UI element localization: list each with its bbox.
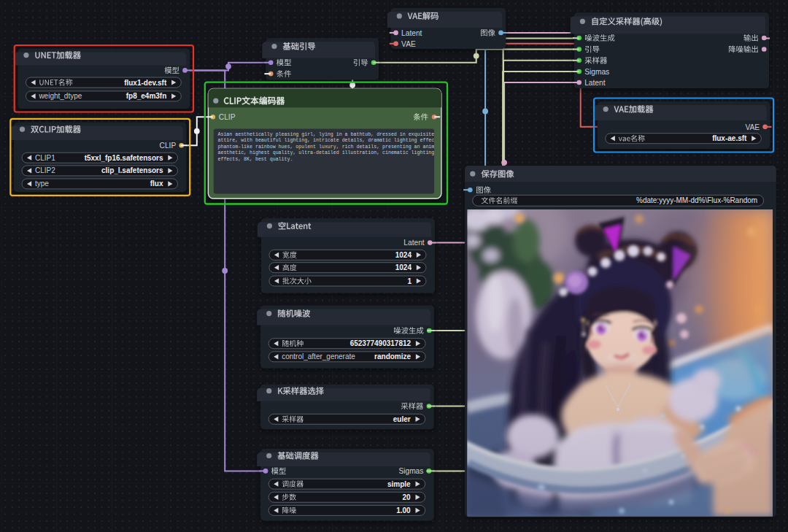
svg-text:aesthetic, highest quality, ul: aesthetic, highest quality, ultra-detail…	[218, 150, 435, 155]
svg-text:fp8_e4m3fn: fp8_e4m3fn	[126, 92, 167, 100]
svg-text:clip_l.safetensors: clip_l.safetensors	[101, 166, 163, 174]
svg-text:VAE: VAE	[401, 40, 416, 48]
svg-text:randomize: randomize	[374, 352, 411, 361]
svg-text:1.00: 1.00	[396, 506, 411, 514]
svg-text:1: 1	[407, 277, 412, 285]
svg-text:%date:yyyy-MM-dd%\Flux-%Random: %date:yyyy-MM-dd%\Flux-%Random	[636, 196, 757, 204]
svg-text:phantom-like rainbow hues, opu: phantom-like rainbow hues, opulent luxur…	[218, 144, 438, 150]
svg-text:type: type	[35, 180, 49, 188]
svg-text:weight_dtype: weight_dtype	[38, 92, 82, 100]
svg-text:CLIP2: CLIP2	[35, 166, 55, 174]
svg-text:Asian aesthetically pleasing g: Asian aesthetically pleasing girl, lying…	[218, 132, 435, 137]
svg-text:control_after_generate: control_after_generate	[282, 352, 355, 361]
svg-text:Latent: Latent	[403, 239, 424, 247]
svg-text:CLIP: CLIP	[219, 113, 236, 121]
svg-text:simple: simple	[387, 480, 411, 488]
svg-text:1024: 1024	[395, 263, 412, 271]
svg-text:Sigmas: Sigmas	[584, 68, 609, 76]
svg-text:Latent: Latent	[584, 79, 605, 87]
svg-text:t5xxl_fp16.safetensors: t5xxl_fp16.safetensors	[85, 154, 163, 162]
svg-text:Sigmas: Sigmas	[398, 467, 423, 475]
svg-text:652377490317812: 652377490317812	[350, 339, 412, 347]
svg-text:CLIP: CLIP	[160, 142, 177, 150]
svg-text:VAE: VAE	[745, 123, 760, 131]
svg-text:Latent: Latent	[401, 29, 422, 37]
svg-text:CLIP1: CLIP1	[35, 154, 55, 162]
svg-text:flux-ae.sft: flux-ae.sft	[712, 134, 747, 142]
svg-text:flux1-dev.sft: flux1-dev.sft	[124, 79, 167, 87]
svg-text:flux: flux	[150, 180, 163, 188]
svg-text:attire, with beautiful lightin: attire, with beautiful lighting, intrica…	[218, 138, 444, 143]
svg-text:euler: euler	[393, 415, 411, 423]
svg-text:1024: 1024	[395, 251, 412, 259]
svg-text:effects, 8K, best quality.: effects, 8K, best quality.	[218, 157, 293, 162]
svg-text:20: 20	[403, 493, 412, 501]
